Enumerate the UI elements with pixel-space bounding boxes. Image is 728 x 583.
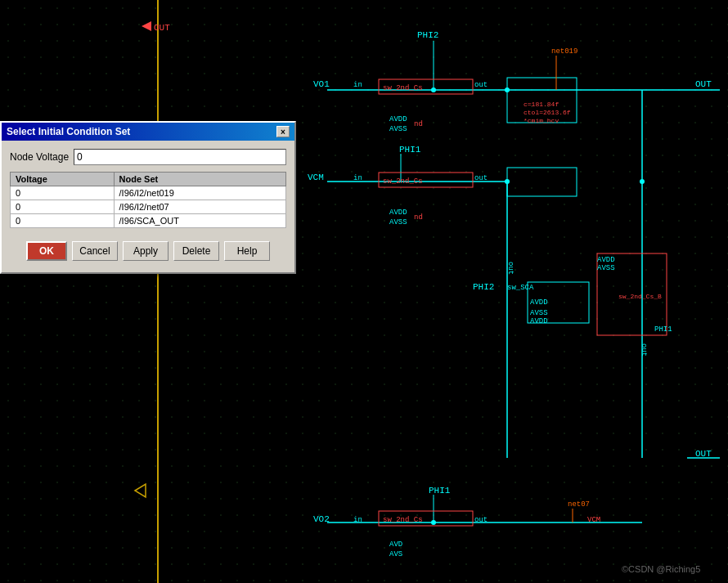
svg-text:nd: nd [414,120,423,128]
svg-text:*cmim_hcv: *cmim_hcv [524,117,559,124]
dialog: Select Initial Condition Set × Node Volt… [0,121,296,274]
svg-text:VCM: VCM [587,516,600,524]
svg-text:AVSS: AVSS [389,125,407,133]
cell-nodeset: /I96/I2/net019 [114,186,285,200]
svg-text:nd: nd [414,213,423,222]
svg-text:PHI2: PHI2 [473,282,494,292]
svg-text:sw_2nd_Cs: sw_2nd_Cs [383,177,423,186]
cell-nodeset: /I96/I2/net07 [114,200,285,214]
svg-text:AVS: AVS [389,550,402,558]
svg-text:VO1: VO1 [313,79,330,89]
svg-text:PHI1: PHI1 [429,486,451,496]
delete-button[interactable]: Delete [173,241,219,261]
table-row[interactable]: 0/I96/SCA_OUT [11,214,286,228]
svg-text:sw_2nd_Cs: sw_2nd_Cs [383,84,423,92]
dialog-content: Node Voltage Voltage Node Set 0/I96/I2/n… [2,141,294,272]
table-header-row: Voltage Node Set [11,173,286,186]
svg-text:AVDD: AVDD [389,209,407,217]
cancel-button[interactable]: Cancel [72,241,118,261]
svg-text:sw_2nd_Cs: sw_2nd_Cs [383,516,423,524]
cell-voltage: 0 [11,214,115,228]
svg-text:VO2: VO2 [313,514,330,524]
svg-text:AVDD: AVDD [530,298,548,307]
table-body: 0/I96/I2/net0190/I96/I2/net070/I96/SCA_O… [11,186,286,228]
svg-text:sw_SCA: sw_SCA [507,284,534,292]
svg-text:PHI1: PHI1 [399,145,421,155]
svg-point-66 [505,179,510,184]
col-header-voltage: Voltage [11,173,115,186]
cell-voltage: 0 [11,186,115,200]
svg-rect-2 [0,0,728,583]
svg-text:AVSS: AVSS [597,264,615,272]
cell-nodeset: /I96/SCA_OUT [114,214,285,228]
col-header-nodeset: Node Set [114,173,285,186]
node-voltage-label: Node Voltage [10,151,69,163]
dialog-title: Select Initial Condition Set [7,126,130,137]
svg-text:ctol=2613.6f: ctol=2613.6f [524,109,571,116]
condition-table: Voltage Node Set 0/I96/I2/net0190/I96/I2… [10,172,286,228]
svg-text:PHI2: PHI2 [417,30,438,40]
svg-text:in: in [353,81,362,89]
svg-text:out: out [474,516,488,524]
svg-point-65 [431,520,436,525]
apply-button[interactable]: Apply [123,241,169,261]
svg-text:sw_2nd_Cs_B: sw_2nd_Cs_B [618,293,662,300]
svg-point-68 [505,87,510,92]
cell-voltage: 0 [11,200,115,214]
svg-text:in: in [353,174,362,182]
dialog-titlebar: Select Initial Condition Set × [2,123,294,141]
table-row[interactable]: 0/I96/I2/net07 [11,200,286,214]
dialog-close-button[interactable]: × [276,126,290,137]
svg-text:AVSS: AVSS [530,309,548,317]
svg-text:c=181.84f: c=181.84f [524,101,559,108]
svg-text:net07: net07 [568,500,590,509]
svg-text:AVDD: AVDD [389,115,407,123]
svg-text:AVD: AVD [389,540,402,549]
ok-button[interactable]: OK [26,241,67,261]
svg-text:OUT: OUT [154,23,170,33]
svg-text:in: in [353,516,362,524]
node-voltage-row: Node Voltage [10,149,286,165]
table-row[interactable]: 0/I96/I2/net019 [11,186,286,200]
svg-text:out: out [506,262,515,275]
svg-text:out: out [474,174,488,182]
button-row: OK Cancel Apply Delete Help [10,236,286,264]
node-voltage-input[interactable] [74,149,286,165]
svg-text:©CSDN @Riching5: ©CSDN @Riching5 [622,564,700,574]
svg-text:OUT: OUT [695,449,712,459]
svg-text:AVDD: AVDD [597,256,615,264]
svg-point-67 [640,179,645,184]
svg-text:AVDD: AVDD [530,317,548,325]
svg-text:VCM: VCM [308,173,324,182]
svg-text:out: out [640,343,648,357]
svg-text:out: out [474,81,488,89]
help-button[interactable]: Help [224,241,270,261]
svg-text:AVSS: AVSS [389,218,407,226]
svg-text:net019: net019 [551,47,577,56]
svg-text:OUT: OUT [695,79,712,89]
svg-text:PHI1: PHI1 [654,325,672,334]
svg-point-64 [431,87,436,92]
